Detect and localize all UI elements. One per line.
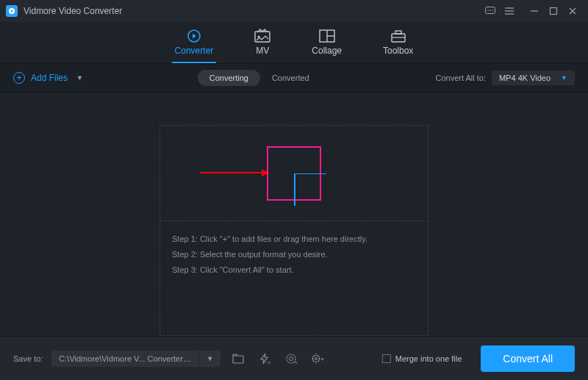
svg-rect-13 <box>255 32 270 42</box>
step-1: Step 1: Click "+" to add files or drag t… <box>172 232 416 247</box>
chevron-down-icon: ▼ <box>198 351 220 366</box>
annotation-arrow <box>200 172 268 173</box>
step-3: Step 3: Click "Convert All" to start. <box>172 262 416 278</box>
tab-toolbox[interactable]: Toolbox <box>383 28 413 59</box>
settings-button[interactable]: ▾ <box>309 350 326 368</box>
svg-text:OFF: OFF <box>267 361 270 365</box>
svg-rect-9 <box>551 8 557 15</box>
svg-point-3 <box>490 10 491 11</box>
collage-icon <box>319 28 335 44</box>
mv-icon <box>254 28 270 44</box>
chevron-down-icon: ▼ <box>76 74 83 82</box>
menu-icon[interactable] <box>500 4 519 18</box>
tab-label: MV <box>256 46 269 56</box>
save-path-dropdown[interactable]: C:\Vidmore\Vidmore V... Converter\Conver… <box>51 351 220 367</box>
svg-point-26 <box>313 355 320 362</box>
checkbox-icon <box>382 354 391 363</box>
add-files-plus-target[interactable] <box>267 146 321 201</box>
merge-label: Merge into one file <box>395 354 462 363</box>
tab-label: Toolbox <box>383 46 413 56</box>
svg-rect-21 <box>233 356 243 363</box>
tab-mv[interactable]: MV <box>254 28 270 59</box>
output-format-dropdown[interactable]: MP4 4K Video ▼ <box>492 71 575 85</box>
hardware-accel-button[interactable]: OFF <box>256 350 273 368</box>
convert-all-to-label: Convert All to: <box>435 74 485 82</box>
step-2: Step 2: Select the output format you des… <box>172 247 416 262</box>
format-selected-label: MP4 4K Video <box>499 74 551 82</box>
merge-checkbox[interactable]: Merge into one file <box>382 354 462 363</box>
svg-point-27 <box>315 357 318 359</box>
tab-collage[interactable]: Collage <box>312 28 342 59</box>
converting-tab[interactable]: Converting <box>198 70 260 86</box>
chevron-down-icon: ▼ <box>561 74 567 82</box>
minimize-button[interactable] <box>525 4 544 18</box>
maximize-button[interactable] <box>544 4 563 18</box>
save-to-label: Save to: <box>13 354 43 363</box>
app-title: Vidmore Video Converter <box>24 6 122 16</box>
tab-converter[interactable]: Converter <box>175 28 214 59</box>
open-folder-button[interactable] <box>229 350 247 368</box>
save-path-text: C:\Vidmore\Vidmore V... Converter\Conver… <box>51 351 198 367</box>
svg-rect-19 <box>395 31 401 34</box>
add-files-label: Add Files <box>31 73 68 83</box>
converter-icon <box>186 28 202 44</box>
toolbox-icon <box>390 28 406 44</box>
add-files-button[interactable]: + Add Files ▼ <box>13 72 83 84</box>
high-speed-button[interactable]: OFF <box>282 350 300 368</box>
status-segmented: Converting Converted <box>198 70 321 86</box>
plus-circle-icon: + <box>13 72 25 84</box>
svg-text:OFF: OFF <box>294 361 297 365</box>
close-button[interactable] <box>563 4 582 18</box>
app-logo <box>6 5 18 17</box>
instruction-steps: Step 1: Click "+" to add files or drag t… <box>160 221 428 291</box>
svg-point-24 <box>290 356 293 360</box>
tab-label: Collage <box>312 46 342 56</box>
convert-all-button[interactable]: Convert All <box>481 345 575 372</box>
svg-point-2 <box>487 10 489 11</box>
svg-text:▾: ▾ <box>321 356 324 362</box>
tab-label: Converter <box>175 46 214 56</box>
drop-zone[interactable]: Step 1: Click "+" to add files or drag t… <box>159 125 429 336</box>
converted-tab[interactable]: Converted <box>260 70 321 86</box>
feedback-icon[interactable] <box>481 4 500 18</box>
svg-point-4 <box>492 10 493 11</box>
